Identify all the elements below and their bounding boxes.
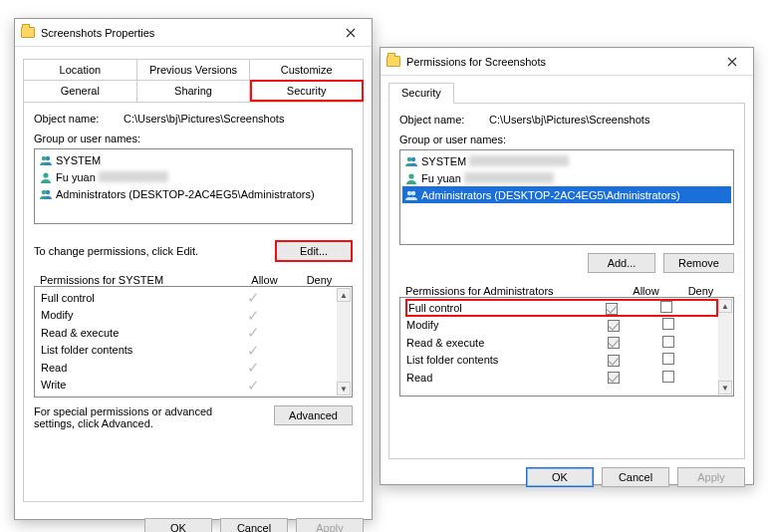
perm-row-modify: Modify✓	[41, 307, 336, 325]
tabs-row-2: General Sharing Security	[15, 80, 372, 102]
perm-row-full: Full control	[405, 299, 718, 317]
apply-button[interactable]: Apply	[296, 518, 364, 532]
cancel-button[interactable]: Cancel	[220, 518, 288, 532]
svg-point-4	[46, 189, 50, 193]
perm-label: Read & execute	[41, 327, 226, 339]
permissions-titlebar[interactable]: Permissions for Screenshots	[381, 48, 753, 76]
list-item-label: Administrators (DESKTOP-2AC4EG5\Administ…	[56, 188, 315, 200]
svg-point-1	[46, 155, 50, 159]
ok-button[interactable]: OK	[144, 518, 212, 532]
scroll-up-icon[interactable]: ▲	[337, 288, 351, 302]
users-listbox[interactable]: SYSTEM Fu yuan Administrators (DESKTOP-2…	[399, 149, 734, 245]
permissions-title: Permissions for SYSTEM	[40, 274, 237, 286]
close-icon[interactable]	[717, 52, 747, 72]
perm-label: List folder contents	[406, 354, 608, 366]
allow-checkbox[interactable]	[608, 320, 620, 332]
users-icon	[404, 188, 418, 202]
list-item-label: SYSTEM	[56, 154, 101, 166]
perm-label: Read	[41, 362, 226, 374]
object-path: C:\Users\bj\Pictures\Screenshots	[489, 114, 649, 126]
user-icon	[404, 171, 418, 185]
security-tab-body: Object name: C:\Users\bj\Pictures\Screen…	[23, 102, 364, 502]
list-item-label: SYSTEM	[421, 155, 466, 167]
list-item-system[interactable]: SYSTEM	[37, 151, 350, 168]
permissions-for-label: Permissions for Administrators	[405, 285, 619, 297]
list-item-administrators[interactable]: Administrators (DESKTOP-2AC4EG5\Administ…	[37, 185, 350, 202]
users-icon	[39, 187, 53, 201]
scrollbar[interactable]: ▲▼	[337, 288, 351, 396]
permissions-title: Permissions for Screenshots	[406, 56, 546, 68]
allow-check-icon: ✓	[226, 343, 281, 358]
col-allow: Allow	[619, 285, 673, 297]
allow-checkbox[interactable]	[608, 372, 620, 384]
col-deny: Deny	[292, 274, 347, 286]
allow-checkbox[interactable]	[608, 355, 620, 367]
tab-security[interactable]: Security	[250, 80, 364, 102]
properties-dialog: Screenshots Properties Location Previous…	[14, 18, 373, 520]
folder-icon	[386, 56, 400, 67]
advanced-hint: For special permissions or advanced sett…	[34, 405, 243, 429]
svg-point-9	[411, 190, 415, 194]
perm-row-rx: Read & execute	[406, 334, 717, 352]
close-icon[interactable]	[336, 23, 366, 43]
list-item-administrators[interactable]: Administrators (DESKTOP-2AC4EG5\Administ…	[402, 186, 731, 203]
allow-check-icon: ✓	[226, 308, 281, 323]
security-panel: Object name: C:\Users\bj\Pictures\Screen…	[388, 103, 745, 459]
scroll-down-icon[interactable]: ▼	[337, 382, 351, 396]
permissions-button-row: OK Cancel Apply	[381, 459, 753, 495]
edit-button[interactable]: Edit...	[275, 240, 353, 262]
properties-titlebar[interactable]: Screenshots Properties	[15, 19, 372, 47]
change-permissions-hint: To change permissions, click Edit.	[34, 245, 198, 257]
perm-row-list: List folder contents✓	[41, 342, 336, 360]
advanced-button[interactable]: Advanced	[274, 405, 353, 425]
permissions-list: Full control✓ Modify✓ Read & execute✓ Li…	[34, 286, 353, 398]
tabs-row-1: Location Previous Versions Customize	[15, 53, 372, 80]
svg-point-7	[408, 173, 413, 178]
deny-checkbox[interactable]	[662, 353, 674, 365]
folder-icon	[21, 27, 35, 38]
svg-point-8	[407, 190, 411, 194]
tab-previous-versions[interactable]: Previous Versions	[137, 59, 251, 80]
tab-location[interactable]: Location	[23, 59, 137, 80]
col-deny: Deny	[673, 285, 728, 297]
svg-point-3	[42, 189, 46, 193]
user-icon	[39, 170, 53, 184]
allow-check-icon: ✓	[226, 360, 281, 375]
cancel-button[interactable]: Cancel	[602, 467, 669, 487]
scroll-up-icon[interactable]: ▲	[718, 299, 732, 313]
deny-checkbox[interactable]	[662, 336, 674, 348]
list-item-label: Fu yuan	[56, 171, 96, 183]
scrollbar[interactable]: ▲▼	[718, 299, 732, 395]
tab-sharing[interactable]: Sharing	[137, 80, 251, 102]
object-name-label: Object name:	[34, 113, 124, 125]
tab-customize[interactable]: Customize	[250, 59, 364, 80]
scroll-down-icon[interactable]: ▼	[718, 381, 732, 395]
perm-row-read: Read	[406, 369, 717, 387]
add-button[interactable]: Add...	[588, 253, 655, 273]
deny-checkbox[interactable]	[662, 371, 674, 383]
allow-check-icon: ✓	[226, 325, 281, 340]
allow-checkbox[interactable]	[606, 303, 618, 315]
redacted-text	[464, 172, 554, 183]
deny-checkbox[interactable]	[660, 301, 672, 313]
object-name-label: Object name:	[399, 114, 489, 126]
tab-security[interactable]: Security	[388, 83, 454, 104]
perm-label: Write	[41, 379, 226, 391]
allow-checkbox[interactable]	[608, 337, 620, 349]
remove-button[interactable]: Remove	[663, 253, 734, 273]
perm-row-read: Read✓	[41, 359, 336, 377]
perm-label: Read & execute	[406, 337, 608, 349]
deny-checkbox[interactable]	[662, 318, 674, 330]
ok-button[interactable]: OK	[526, 467, 594, 487]
users-listbox[interactable]: SYSTEM Fu yuan Administrators (DESKTOP-2…	[34, 148, 353, 224]
properties-title: Screenshots Properties	[41, 27, 154, 39]
apply-button[interactable]: Apply	[677, 467, 745, 487]
list-item-fuyuan[interactable]: Fu yuan	[402, 169, 731, 186]
list-item-system[interactable]: SYSTEM	[402, 152, 731, 169]
list-item-fuyuan[interactable]: Fu yuan	[37, 168, 350, 185]
object-path: C:\Users\bj\Pictures\Screenshots	[124, 113, 284, 125]
group-label: Group or user names:	[34, 133, 353, 144]
tab-general[interactable]: General	[23, 80, 137, 102]
perm-label: Full control	[408, 302, 606, 314]
users-icon	[39, 153, 53, 167]
